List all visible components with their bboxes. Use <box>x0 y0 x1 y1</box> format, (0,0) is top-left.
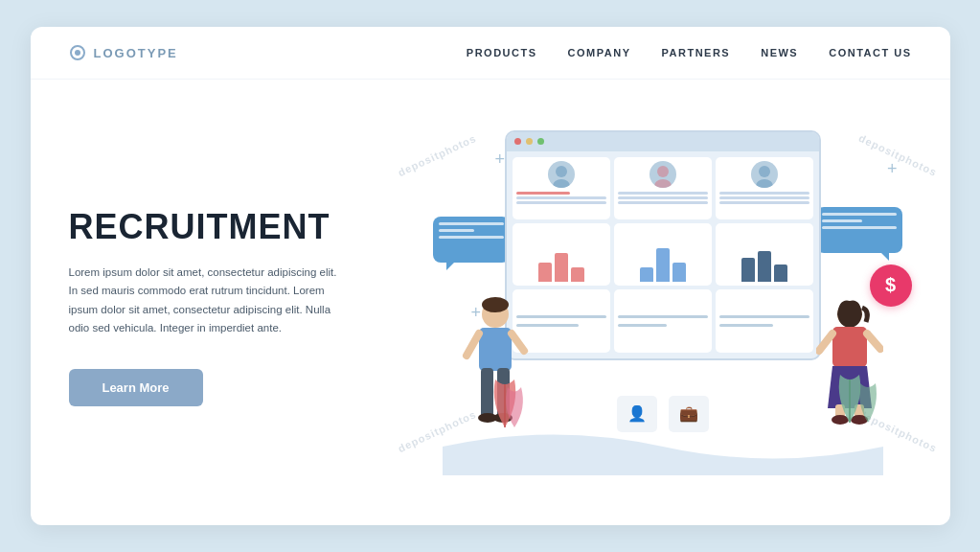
watermark-tr: depositphotos <box>856 131 939 177</box>
small-card-1: 👤 <box>617 396 657 432</box>
logo-area: LOGOTYPE <box>69 44 178 61</box>
candidate-lines-3 <box>719 190 809 206</box>
doc-line <box>719 324 773 327</box>
bubble-line <box>822 213 897 216</box>
doc-line <box>719 315 809 318</box>
chart-bar <box>774 264 787 282</box>
svg-point-2 <box>556 166 567 177</box>
svg-point-3 <box>553 179 570 188</box>
svg-point-7 <box>756 179 773 188</box>
bubble-line <box>439 236 504 239</box>
cline <box>719 201 809 204</box>
chart-bar <box>656 248 670 282</box>
cline <box>719 196 809 199</box>
chart-bar <box>538 263 552 282</box>
svg-point-1 <box>75 50 80 56</box>
right-panel: depositphotos depositphotos depositphoto… <box>376 80 950 525</box>
svg-point-4 <box>657 166 669 177</box>
candidate-avatar-3 <box>751 161 778 188</box>
window-dot-yellow <box>526 138 533 145</box>
header: LOGOTYPE PRODUCTS COMPANY PARTNERS NEWS … <box>31 27 950 80</box>
page-card: LOGOTYPE PRODUCTS COMPANY PARTNERS NEWS … <box>31 27 950 525</box>
cline <box>618 192 708 195</box>
hero-description: Lorem ipsum dolor sit amet, consectetur … <box>69 264 337 338</box>
logo-text: LOGOTYPE <box>94 46 178 60</box>
bubble-line <box>822 219 863 222</box>
window-dot-green <box>537 138 544 145</box>
doc-line <box>618 324 668 327</box>
chart-card-2 <box>614 223 712 286</box>
deco-plus-5: + <box>887 159 898 179</box>
chart-bar <box>571 267 584 282</box>
nav-partners[interactable]: PARTNERS <box>662 47 731 58</box>
main-nav: PRODUCTS COMPANY PARTNERS NEWS CONTACT U… <box>467 47 912 58</box>
deco-plus-1: + <box>495 150 506 170</box>
cline <box>516 192 570 195</box>
speech-bubble-left <box>433 217 510 263</box>
window-dot-red <box>514 138 521 145</box>
illustration: depositphotos depositphotos depositphoto… <box>404 111 922 494</box>
dashboard-grid <box>507 151 819 358</box>
bubble-line <box>439 229 474 232</box>
candidate-lines-2 <box>618 190 708 206</box>
nav-contact[interactable]: CONTACT US <box>829 47 911 58</box>
cline <box>719 192 809 195</box>
doc-line <box>516 315 606 318</box>
candidate-avatar-1 <box>548 161 575 188</box>
cline <box>618 196 708 199</box>
left-panel: RECRUITMENT Lorem ipsum dolor sit amet, … <box>31 80 376 525</box>
bubble-line <box>439 222 504 225</box>
svg-point-9 <box>482 297 509 312</box>
svg-rect-16 <box>832 327 867 367</box>
nav-products[interactable]: PRODUCTS <box>467 47 537 58</box>
speech-bubble-right <box>816 207 902 253</box>
nav-news[interactable]: NEWS <box>761 47 798 58</box>
svg-rect-10 <box>479 328 512 371</box>
svg-point-6 <box>759 166 770 177</box>
cline <box>618 201 708 204</box>
bottom-icons: 👤 💼 <box>617 396 709 432</box>
candidate-lines-1 <box>516 190 606 206</box>
candidate-card-3 <box>716 157 813 219</box>
doc-card-2 <box>614 289 712 352</box>
cline <box>516 201 606 204</box>
chart-bar <box>640 267 653 282</box>
logo-icon <box>69 44 86 61</box>
small-card-2: 💼 <box>669 396 709 432</box>
chart-card-1 <box>513 223 610 286</box>
doc-line <box>618 315 708 318</box>
leaf-right-2 <box>855 380 881 423</box>
watermark-tl: depositphotos <box>396 131 478 177</box>
doc-card-3 <box>716 289 813 352</box>
main-content: RECRUITMENT Lorem ipsum dolor sit amet, … <box>31 80 950 525</box>
page-title: RECRUITMENT <box>69 208 337 246</box>
candidate-card-2 <box>614 157 712 219</box>
dashboard-panel <box>505 130 821 360</box>
learn-more-button[interactable]: Learn More <box>69 369 203 406</box>
svg-point-5 <box>654 179 672 188</box>
bubble-line <box>822 226 897 229</box>
dashboard-header <box>507 132 819 151</box>
leaf-left-2 <box>500 384 529 427</box>
chart-bar <box>741 258 755 282</box>
candidate-avatar-2 <box>650 161 676 188</box>
candidate-card-1 <box>513 157 610 219</box>
chart-bar <box>758 251 771 282</box>
nav-company[interactable]: COMPANY <box>568 47 631 58</box>
chart-card-3 <box>716 223 813 286</box>
chart-bar <box>672 263 686 282</box>
chart-bar <box>555 253 568 282</box>
cline <box>516 196 606 199</box>
